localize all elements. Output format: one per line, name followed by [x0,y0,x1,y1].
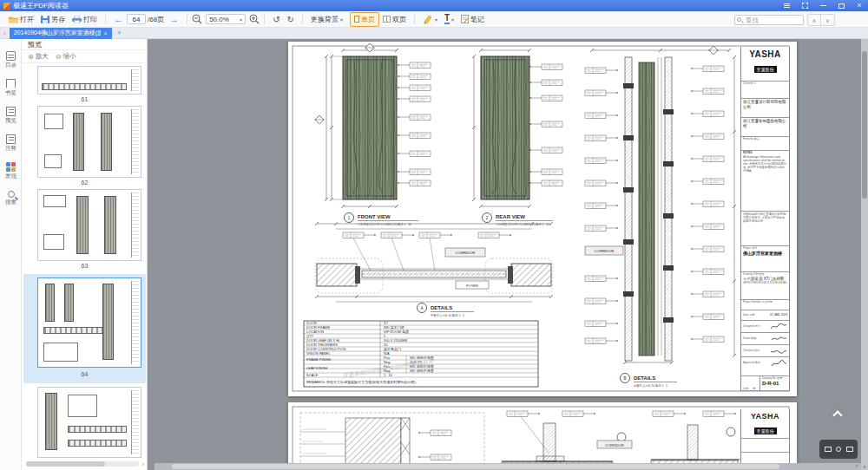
foyer-label: FOYER [466,284,478,288]
sidebar-item-annotations[interactable]: 注释 [0,129,22,157]
rotate-right-button[interactable]: ↻ [284,15,298,24]
sidebar-item-label: 发现 [5,173,16,180]
table-row-label: LEAF FINISH [306,366,327,370]
note-icon [461,15,469,23]
sidebar-item-preview[interactable]: 预览 [0,101,22,129]
thumbnail-page-62[interactable] [37,106,141,178]
record-icon[interactable] [836,447,841,452]
double-page-icon [383,16,391,23]
chevron-up-icon [832,410,842,420]
panel-scroll-right[interactable]: › [142,461,144,467]
approved-label: Approved 审核: [743,362,761,365]
maximize-icon[interactable] [836,1,846,10]
remarks-label: REMARKS: [306,380,326,384]
notes-body: All drawings, dimensions and specificati… [743,155,787,173]
fullscreen-icon[interactable] [799,1,810,10]
sidebar-item-toc[interactable]: 目录 [0,46,22,74]
zoom-level-value: 50.0% [209,16,229,23]
sidebar-item-bookmarks[interactable]: 书签 [0,74,22,101]
zoom-in-label: 放大 [36,52,49,61]
yasha-logo-text: YASHA [743,412,787,421]
designed-label: Designed 设计: [743,325,760,329]
preview-panel: 预览 ⊕放大 ⊖缩小 61 62 63 [22,39,148,470]
page-number-input[interactable] [127,14,146,24]
document-tab[interactable]: 20140904佛山罗浮宫家宴酒楼(图 × [10,28,112,39]
scroll-down-arrow[interactable]: ∨ [861,463,868,470]
panel-horizontal-scrollbar[interactable] [26,461,139,467]
window-title: 极速王PDF阅读器 [13,1,69,10]
search-input[interactable] [734,15,804,25]
floating-widget[interactable] [819,440,858,459]
zoom-in-icon[interactable] [249,14,260,24]
single-page-icon [354,16,359,23]
thumbnail-page-65[interactable] [37,387,141,458]
monitor-icon[interactable] [825,447,832,452]
project-number-label: Project Number 工程编号: [743,301,787,304]
page-total-label: /68页 [148,15,164,24]
print-button[interactable]: 打印 [69,13,101,26]
sidebar-item-search[interactable]: 搜索 [0,185,22,212]
thumbnail-zoom-in-button[interactable]: ⊕放大 [28,52,49,61]
highlighter-button[interactable]: ▾ [419,12,441,26]
tab-close-icon[interactable]: × [104,30,108,36]
new-tab-button[interactable]: + [112,29,127,37]
rotate-left-button[interactable]: ↺ [269,15,283,24]
change-background-label: 更换背景 [311,15,339,24]
next-page-button[interactable]: → [166,15,182,24]
pdf-reader-window: 极速王PDF阅读器 × 打开 另存 打印 ← /68页 → 50.0 [0,0,868,470]
table-row-value: VIP ROOM 包房 [384,330,409,334]
scale-label: 比例: [743,387,749,390]
grid-icon[interactable] [846,447,853,452]
double-page-label: 双页 [392,15,406,24]
horizontal-scrollbar[interactable] [155,463,852,470]
find-previous-button[interactable]: ∧ [808,15,821,25]
sidebar-item-label: 预览 [5,117,16,125]
sidebar-item-label: 目录 [5,62,16,69]
save-as-button[interactable]: 另存 [37,13,69,26]
zoom-level-select[interactable]: 50.0% ▾ [206,14,246,24]
text-tool-button[interactable]: T ▾ [441,12,457,26]
sidebar-item-discover[interactable]: 发现 [0,157,22,185]
details-b-ref: B [623,376,626,381]
project-name: 佛山罗浮宫家宴酒楼 [743,251,787,257]
thumbnail-label: 64 [22,371,148,377]
open-button[interactable]: 打开 [5,13,37,26]
thumbnail-label: 61 [22,96,148,102]
client-label: Client 甲方: [743,82,787,86]
single-page-button[interactable]: 单页 [350,12,379,27]
find-next-button[interactable]: ∨ [821,15,834,25]
tab-scroll-left[interactable]: ‹ [0,29,10,37]
thumbnail-page-64[interactable] [37,277,141,368]
back-to-top-button[interactable] [828,403,849,424]
sidebar-item-label: 书签 [5,89,16,97]
chevron-down-icon: ▾ [435,16,437,23]
scroll-right-arrow[interactable]: › [852,463,861,470]
double-page-button[interactable]: 双页 [379,13,410,26]
zoom-out-icon[interactable] [192,14,202,24]
design-company-name: 浙江亚厦设计研究院有限公司 [743,100,787,109]
thumbnail-page-61[interactable] [37,66,141,95]
remarks-label: Remarks 备注: [743,138,787,141]
details-a-label: DETAILS [431,305,452,310]
open-label: 打开 [20,15,34,24]
note-label: 笔记 [470,15,484,24]
yasha-logo-subtitle: 亚厦股份 [754,66,777,73]
front-view-subtitle: 门外视图 (DOOR CLOSED) SCALE 1 : 10 [358,222,411,226]
vertical-scrollbar[interactable] [861,39,868,463]
thumbnail-zoom-out-button[interactable]: ⊖缩小 [56,52,76,61]
front-view-label: FRONT VIEW [358,214,391,219]
prev-page-button[interactable]: ← [110,15,127,24]
main-toolbar: 打开 另存 打印 ← /68页 → 50.0% ▾ ↺ ↻ 更换背景 ▾ [0,11,868,28]
minimize-icon[interactable] [818,1,828,10]
details-b-label: DETAILS [634,375,655,381]
vertical-scrollbar-thumb[interactable] [862,51,867,199]
horizontal-scrollbar-thumb[interactable] [172,464,779,469]
thumbnail-page-63[interactable] [37,189,141,261]
menu-icon[interactable] [781,1,792,10]
close-icon[interactable]: × [854,1,865,10]
annotation-icon [6,134,16,144]
note-button[interactable]: 笔记 [457,13,488,26]
text-tool-icon: T [444,14,450,24]
drawn-label: Drawn 制图: [743,337,757,341]
change-background-button[interactable]: 更换背景 ▾ [307,13,346,26]
